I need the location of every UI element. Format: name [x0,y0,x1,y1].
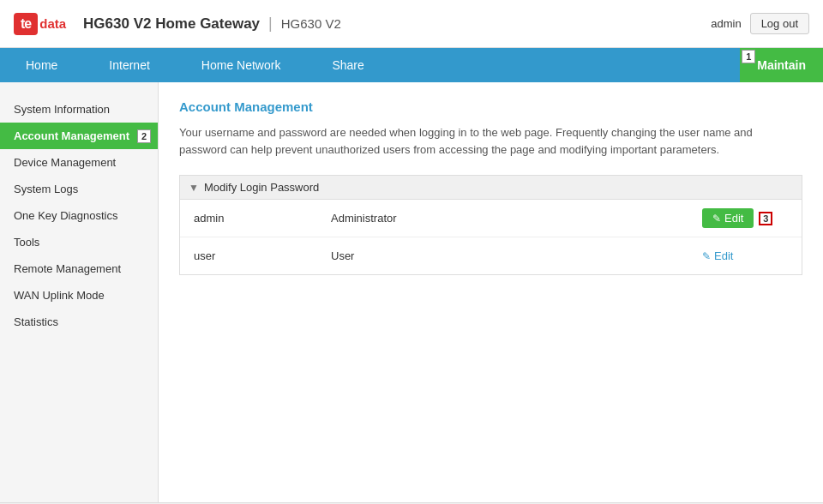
sidebar-item-statistics[interactable]: Statistics [0,309,158,335]
table-row: admin Administrator ✎ Edit 3 [180,200,802,237]
nav-item-home-network[interactable]: Home Network [176,48,307,82]
action-cell: ✎ Edit [702,246,788,266]
nav-right: 1 Maintain [740,48,823,82]
sidebar-item-system-logs[interactable]: System Logs [0,176,158,202]
role-cell: User [331,249,702,262]
logo: te data [14,13,66,35]
action-cell: ✎ Edit 3 [702,208,788,228]
maintain-badge: 1 [742,50,755,63]
header: te data HG630 V2 Home Gateway | HG630 V2… [0,0,823,48]
nav-item-home[interactable]: Home [0,48,83,82]
edit-label: Edit [714,249,733,262]
sidebar: System Information Account Management 2 … [0,82,159,502]
content-description: Your username and password are needed wh… [179,124,802,158]
sidebar-item-device-management[interactable]: Device Management [0,149,158,176]
table-row: user User ✎ Edit [180,237,802,274]
sidebar-item-wan-uplink-mode[interactable]: WAN Uplink Mode [0,282,158,309]
section-arrow-icon: ▼ [189,182,199,194]
logout-button[interactable]: Log out [750,13,809,34]
nav-item-internet[interactable]: Internet [83,48,175,82]
logo-icon: te [14,13,38,35]
header-title: HG630 V2 Home Gateway [83,15,260,33]
nav-item-share[interactable]: Share [306,48,389,82]
admin-label: admin [711,17,741,30]
edit-icon: ✎ [702,250,711,262]
logo-data-text: data [39,16,66,31]
section-header: ▼ Modify Login Password [179,175,802,200]
header-divider: | [268,15,273,33]
sidebar-item-one-key-diagnostics[interactable]: One Key Diagnostics [0,202,158,229]
maintain-label: Maintain [757,58,806,72]
sidebar-item-remote-management[interactable]: Remote Management [0,255,158,282]
sidebar-item-tools[interactable]: Tools [0,229,158,255]
edit-label: Edit [724,212,743,225]
nav-maintain-button[interactable]: 1 Maintain [740,48,823,82]
password-table: admin Administrator ✎ Edit 3 user User ✎ [179,200,802,275]
content-title: Account Management [179,99,802,114]
username-cell: admin [194,212,331,225]
user-edit-button[interactable]: ✎ Edit [702,246,733,266]
header-subtitle: HG630 V2 [281,16,341,31]
content-area: Account Management Your username and pas… [159,82,823,502]
main-layout: System Information Account Management 2 … [0,82,823,502]
sidebar-item-account-management[interactable]: Account Management 2 [0,123,158,149]
edit-icon: ✎ [712,213,721,225]
edit-badge: 3 [759,212,772,225]
admin-edit-button[interactable]: ✎ Edit 3 [702,208,754,228]
username-cell: user [194,249,331,262]
sidebar-item-system-info[interactable]: System Information [0,96,158,123]
header-right: admin Log out [711,13,809,34]
navigation: Home Internet Home Network Share 1 Maint… [0,48,823,82]
section-title: Modify Login Password [204,181,319,194]
role-cell: Administrator [331,212,702,225]
account-management-badge: 2 [137,129,151,143]
